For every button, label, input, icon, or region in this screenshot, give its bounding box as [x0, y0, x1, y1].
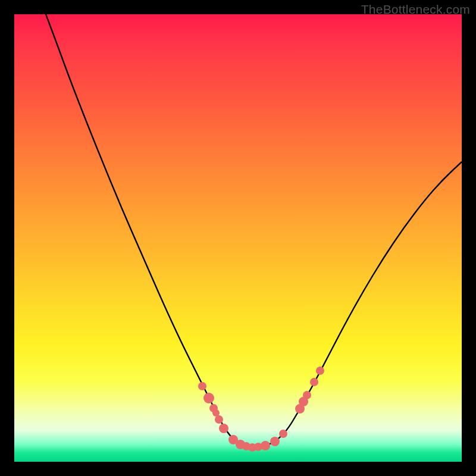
data-marker [215, 415, 223, 424]
data-marker [270, 437, 280, 446]
data-marker [261, 441, 270, 450]
bottleneck-curve [46, 14, 462, 447]
data-marker [303, 391, 311, 399]
data-marker [316, 367, 324, 375]
markers-group [198, 367, 324, 452]
chart-frame [14, 14, 462, 462]
chart-svg [14, 14, 462, 462]
data-marker [279, 430, 287, 438]
data-marker [310, 378, 318, 386]
data-marker [198, 382, 206, 390]
data-marker [203, 393, 214, 403]
attribution-text: TheBottleneck.com [361, 2, 470, 17]
data-marker [219, 424, 228, 433]
